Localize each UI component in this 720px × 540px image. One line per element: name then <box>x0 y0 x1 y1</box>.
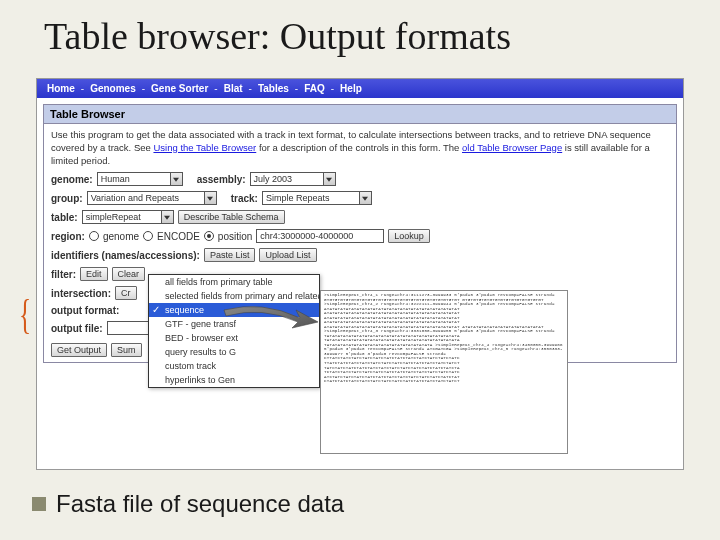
nav-genomes[interactable]: Genomes <box>90 83 136 94</box>
nav-blat[interactable]: Blat <box>224 83 243 94</box>
lookup-button[interactable]: Lookup <box>388 229 430 243</box>
bullet-square-icon <box>32 497 46 511</box>
top-nav: Home- Genomes- Gene Sorter- Blat- Tables… <box>37 79 683 98</box>
label-group: group: <box>51 193 83 204</box>
label-assembly: assembly: <box>197 174 246 185</box>
label-filter: filter: <box>51 269 76 280</box>
bullet-row: Fasta file of sequence data <box>32 490 344 518</box>
link-using-tb[interactable]: Using the Table Browser <box>153 142 256 153</box>
nav-help[interactable]: Help <box>340 83 362 94</box>
opt-customtrack[interactable]: custom track <box>149 359 319 373</box>
radio-position[interactable] <box>204 231 214 241</box>
position-input[interactable]: chr4:3000000-4000000 <box>256 229 384 243</box>
filter-edit-button[interactable]: Edit <box>80 267 108 281</box>
label-outputformat: output format: <box>51 305 119 316</box>
upload-list-button[interactable]: Upload List <box>259 248 316 262</box>
label-identifiers: identifiers (names/accessions): <box>51 250 200 261</box>
opt-allfields[interactable]: all fields from primary table <box>149 275 319 289</box>
label-genome: genome: <box>51 174 93 185</box>
select-track[interactable]: Simple Repeats <box>262 191 372 205</box>
section-title: Table Browser <box>44 105 676 124</box>
opt-queryresults[interactable]: query results to G <box>149 345 319 359</box>
radio-genome[interactable] <box>89 231 99 241</box>
paste-list-button[interactable]: Paste List <box>204 248 256 262</box>
fasta-preview: >simpleRepeat_chr4_1 range=chr4:3111273-… <box>320 290 568 454</box>
brace-annotation: { <box>19 290 31 338</box>
radio-encode[interactable] <box>143 231 153 241</box>
intersection-create-button[interactable]: Cr <box>115 286 137 300</box>
intro-part2: for a description of the controls in thi… <box>256 142 462 153</box>
slide-title: Table browser: Output formats <box>0 0 720 58</box>
summary-button[interactable]: Sum <box>111 343 142 357</box>
radio-encode-label: ENCODE <box>157 231 200 242</box>
filter-clear-button[interactable]: Clear <box>112 267 146 281</box>
arrow-annotation <box>222 302 322 330</box>
opt-selectedfields[interactable]: selected fields from primary and related… <box>149 289 319 303</box>
select-table[interactable]: simpleRepeat <box>82 210 174 224</box>
nav-tables[interactable]: Tables <box>258 83 289 94</box>
nav-faq[interactable]: FAQ <box>304 83 325 94</box>
bullet-text: Fasta file of sequence data <box>56 490 344 518</box>
label-track: track: <box>231 193 258 204</box>
describe-schema-button[interactable]: Describe Table Schema <box>178 210 285 224</box>
label-table: table: <box>51 212 78 223</box>
label-intersection: intersection: <box>51 288 111 299</box>
radio-genome-label: genome <box>103 231 139 242</box>
label-outputfile: output file: <box>51 323 103 334</box>
nav-home[interactable]: Home <box>47 83 75 94</box>
opt-bed[interactable]: BED - browser ext <box>149 331 319 345</box>
radio-position-label: position <box>218 231 252 242</box>
opt-hyperlinks[interactable]: hyperlinks to Gen <box>149 373 319 387</box>
link-old-tb[interactable]: old Table Browser Page <box>462 142 562 153</box>
check-icon: ✓ <box>152 304 160 315</box>
intro-text: Use this program to get the data associa… <box>51 129 669 167</box>
label-region: region: <box>51 231 85 242</box>
select-assembly[interactable]: July 2003 <box>250 172 336 186</box>
select-group[interactable]: Variation and Repeats <box>87 191 217 205</box>
get-output-button[interactable]: Get Output <box>51 343 107 357</box>
select-genome[interactable]: Human <box>97 172 183 186</box>
nav-genesorter[interactable]: Gene Sorter <box>151 83 208 94</box>
outputformat-dropdown[interactable]: all fields from primary table selected f… <box>148 274 320 388</box>
